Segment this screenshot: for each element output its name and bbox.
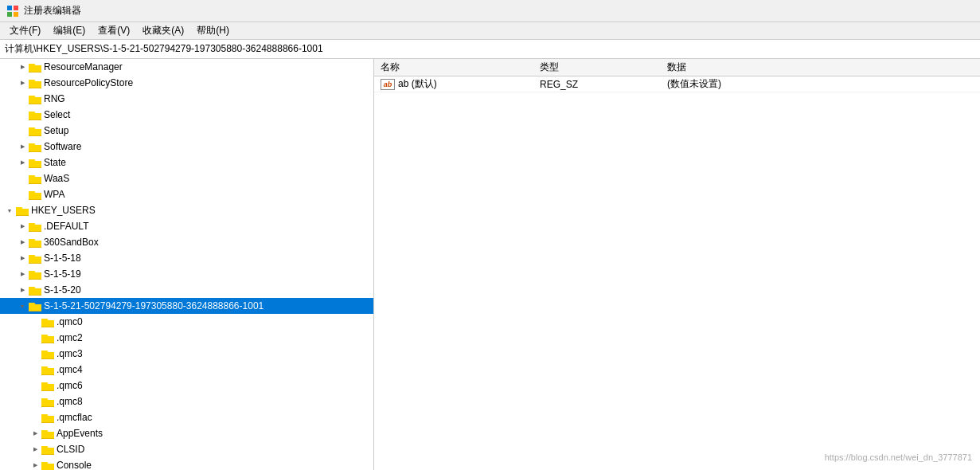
expand-default[interactable] xyxy=(16,220,29,233)
expand-appevents[interactable] xyxy=(29,427,41,440)
detail-cell-type: REG_SZ xyxy=(533,79,661,90)
folder-icon xyxy=(41,396,54,407)
folder-icon xyxy=(41,348,54,359)
detail-name-text: ab (默认) xyxy=(398,77,437,91)
folder-icon xyxy=(29,300,41,311)
tree-item-qmc8[interactable]: .qmc8 xyxy=(0,394,373,409)
col-header-type: 类型 xyxy=(533,61,661,74)
watermark: https://blog.csdn.net/wei_dn_3777871 xyxy=(825,452,972,462)
folder-icon xyxy=(29,268,41,280)
folder-icon xyxy=(29,109,41,120)
expand-state[interactable] xyxy=(16,156,29,169)
tree-item-resourcepolicystore[interactable]: ResourcePolicyStore xyxy=(0,75,373,91)
tree-label-qmc3: .qmc3 xyxy=(57,348,83,359)
menu-bar: 文件(F) 编辑(E) 查看(V) 收藏夹(A) 帮助(H) xyxy=(0,22,980,40)
title-text: 注册表编辑器 xyxy=(24,4,81,18)
folder-icon xyxy=(29,253,41,264)
tree-item-360sandbox[interactable]: 360SandBox xyxy=(0,234,373,250)
tree-item-waas[interactable]: WaaS xyxy=(0,170,373,186)
tree-item-select[interactable]: Select xyxy=(0,107,373,123)
tree-item-qmc3[interactable]: .qmc3 xyxy=(0,346,373,362)
tree-label-state: State xyxy=(44,157,66,168)
tree-label-clsid: CLSID xyxy=(57,444,84,455)
tree-item-s-1-5-21-long[interactable]: S-1-5-21-502794279-197305880-3624888866-… xyxy=(0,298,373,314)
detail-panel: 名称 类型 数据 ab ab (默认) REG_SZ (数值未设置) xyxy=(374,59,980,470)
col-header-name: 名称 xyxy=(374,61,533,74)
menu-file[interactable]: 文件(F) xyxy=(3,22,47,39)
folder-icon xyxy=(41,380,54,391)
detail-cell-data: (数值未设置) xyxy=(661,77,980,91)
tree-label-wpa: WPA xyxy=(44,189,64,200)
folder-icon xyxy=(29,173,41,184)
tree-item-s-1-5-20[interactable]: S-1-5-20 xyxy=(0,282,373,298)
title-bar: 注册表编辑器 xyxy=(0,0,980,22)
expand-resourcepolicystore[interactable] xyxy=(16,76,29,89)
tree-item-qmcflac[interactable]: .qmcflac xyxy=(0,409,373,425)
detail-row-default[interactable]: ab ab (默认) REG_SZ (数值未设置) xyxy=(374,76,980,92)
expand-resourcemanager[interactable] xyxy=(16,61,29,73)
col-header-data: 数据 xyxy=(661,61,980,74)
expand-console[interactable] xyxy=(29,459,41,470)
folder-icon xyxy=(29,157,41,168)
expand-s-1-5-20[interactable] xyxy=(16,284,29,296)
svg-rect-2 xyxy=(7,12,12,17)
tree-label-appevents: AppEvents xyxy=(57,428,103,439)
tree-label-s-1-5-19: S-1-5-19 xyxy=(44,268,81,280)
expand-clsid[interactable] xyxy=(29,443,41,456)
folder-icon xyxy=(29,61,41,72)
tree-item-qmc0[interactable]: .qmc0 xyxy=(0,314,373,330)
folder-icon xyxy=(29,284,41,296)
tree-item-default[interactable]: .DEFAULT xyxy=(0,218,373,234)
folder-icon xyxy=(29,77,41,88)
tree-label-waas: WaaS xyxy=(44,173,69,184)
tree-item-s-1-5-18[interactable]: S-1-5-18 xyxy=(0,250,373,266)
tree-item-wpa[interactable]: WPA xyxy=(0,186,373,202)
tree-label-360sandbox: 360SandBox xyxy=(44,237,99,248)
tree-item-console[interactable]: Console xyxy=(0,457,373,470)
expand-s-1-5-21-long[interactable] xyxy=(16,300,29,312)
tree-label-rng: RNG xyxy=(44,93,65,104)
folder-icon xyxy=(29,93,41,104)
menu-view[interactable]: 查看(V) xyxy=(92,22,136,39)
folder-icon xyxy=(41,332,54,343)
folder-icon xyxy=(29,221,41,232)
svg-rect-1 xyxy=(14,6,18,10)
tree-label-qmc2: .qmc2 xyxy=(57,332,83,343)
tree-item-qmc2[interactable]: .qmc2 xyxy=(0,330,373,346)
tree-item-software[interactable]: Software xyxy=(0,139,373,155)
tree-label-s-1-5-18: S-1-5-18 xyxy=(44,253,81,264)
folder-icon xyxy=(41,460,54,470)
tree-item-appevents[interactable]: AppEvents xyxy=(0,425,373,441)
tree-label-setup: Setup xyxy=(44,125,68,136)
tree-label-hkey-users: HKEY_USERS xyxy=(31,205,96,216)
tree-label-qmc8: .qmc8 xyxy=(57,396,83,407)
tree-label-s-1-5-20: S-1-5-20 xyxy=(44,284,81,296)
menu-favorites[interactable]: 收藏夹(A) xyxy=(136,22,190,39)
tree-label-default: .DEFAULT xyxy=(44,221,88,232)
address-bar: 计算机\HKEY_USERS\S-1-5-21-502794279-197305… xyxy=(0,40,980,59)
expand-s-1-5-18[interactable] xyxy=(16,252,29,264)
expand-hkey-users[interactable] xyxy=(3,204,16,217)
expand-software[interactable] xyxy=(16,140,29,153)
folder-icon xyxy=(29,189,41,200)
folder-icon xyxy=(16,205,29,216)
tree-item-qmc6[interactable]: .qmc6 xyxy=(0,378,373,394)
tree-item-s-1-5-19[interactable]: S-1-5-19 xyxy=(0,266,373,282)
tree-label-qmc0: .qmc0 xyxy=(57,316,83,327)
tree-item-clsid[interactable]: CLSID xyxy=(0,441,373,457)
tree-item-rng[interactable]: RNG xyxy=(0,91,373,107)
menu-help[interactable]: 帮助(H) xyxy=(190,22,236,39)
expand-s-1-5-19[interactable] xyxy=(16,268,29,280)
tree-item-state[interactable]: State xyxy=(0,155,373,170)
tree-item-hkey-users[interactable]: HKEY_USERS xyxy=(0,202,373,218)
expand-360sandbox[interactable] xyxy=(16,236,29,249)
tree-item-resourcemanager[interactable]: ResourceManager xyxy=(0,59,373,75)
menu-edit[interactable]: 编辑(E) xyxy=(47,22,92,39)
folder-icon xyxy=(41,364,54,375)
main-content: ResourceManager ResourcePolicyStore RNG … xyxy=(0,59,980,470)
folder-icon xyxy=(29,237,41,248)
tree-item-setup[interactable]: Setup xyxy=(0,123,373,139)
tree-item-qmc4[interactable]: .qmc4 xyxy=(0,362,373,378)
detail-header: 名称 类型 数据 xyxy=(374,59,980,76)
folder-icon xyxy=(41,316,54,327)
